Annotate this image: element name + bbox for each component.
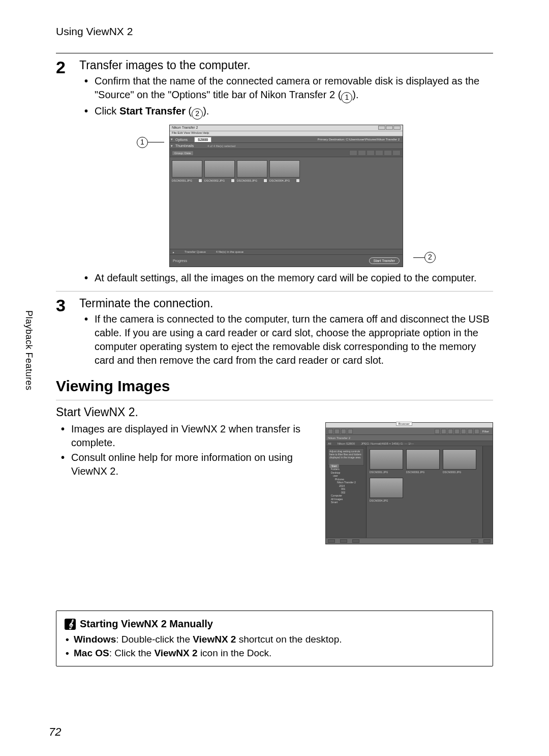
nt2-titlebar: Nikon Transfer 2 <box>170 125 403 131</box>
step-3-heading: Terminate the connection. <box>79 297 493 310</box>
breadcrumb[interactable]: Nikon Transfer 2 <box>328 437 350 440</box>
thumbnail-checkbox[interactable] <box>263 179 267 183</box>
toolbar-buttons[interactable] <box>349 150 401 156</box>
status-segment[interactable] <box>471 539 478 543</box>
thumbnail-name: DSCN0004.JPG <box>370 499 403 502</box>
vnx2-filter-bar: All Nikon S2800 JPEG: Normal(4608 × 3456… <box>326 441 493 446</box>
toolbar-icon[interactable] <box>441 429 446 434</box>
note-bullet-2: Mac OS: Click the ViewNX 2 icon in the D… <box>65 647 484 660</box>
options-label: Options <box>174 138 194 141</box>
text-bold: ViewNX 2 <box>193 634 236 645</box>
vnx2-sidebar: Adjust drag setting controls here to fil… <box>326 446 367 538</box>
toolbar-icon[interactable] <box>334 429 340 434</box>
options-destination-text: Primary Destination: C:\Users\user\Pictu… <box>211 138 403 141</box>
text: ). <box>203 105 209 117</box>
note-title: Starting ViewNX 2 Manually <box>80 618 213 630</box>
thumbnail-item[interactable]: DSCN0002.JPG <box>406 449 440 474</box>
collapse-icon[interactable]: ▾ <box>170 144 174 148</box>
nt2-thumbnails-bar: ▾ Thumbnails 4 of 4 file(s) selected <box>170 143 403 149</box>
toolbar-icon[interactable] <box>341 429 346 434</box>
filter-all[interactable]: All <box>328 442 331 445</box>
folder-tree[interactable]: Folders Desktop user Pictures Nikon Tran… <box>328 468 364 504</box>
page-header: Using ViewNX 2 <box>56 25 493 38</box>
thumbnails-label: Thumbnails <box>174 144 204 148</box>
nt2-menu-bar[interactable]: File Edit View Window Help <box>170 131 403 136</box>
group-by-select[interactable]: Group: Date <box>172 151 194 156</box>
thumbnail-image <box>204 160 235 178</box>
note-bullet-1: Windows: Double-click the ViewNX 2 short… <box>65 633 484 647</box>
collapse-icon[interactable]: ▾ <box>170 137 174 141</box>
screenshot-viewnx2: Browser Filter Nikon Transfer 2 <box>325 422 493 544</box>
toolbar-icon[interactable] <box>435 429 440 434</box>
status-segment[interactable] <box>352 539 359 543</box>
status-segment[interactable] <box>483 539 491 543</box>
status-segment[interactable] <box>328 539 335 543</box>
thumbnail-name: DSCN0003.JPG <box>443 471 476 474</box>
camera-name: Nikon S2800 <box>338 442 355 445</box>
note-icon: 𝄞 <box>65 619 76 630</box>
divider <box>56 53 493 53</box>
thumbnail-checkbox[interactable] <box>198 179 202 183</box>
toolbar-icon[interactable] <box>468 429 473 434</box>
vnx2-breadcrumb-bar: Nikon Transfer 2 <box>326 435 493 441</box>
thumbnail-item[interactable]: DSCN0004.JPG <box>269 160 300 183</box>
toolbar-icon[interactable] <box>461 429 466 434</box>
toolbar-icon[interactable] <box>348 429 353 434</box>
start-transfer-button[interactable]: Start Transfer <box>369 257 400 264</box>
text: : Double-click the <box>116 634 193 645</box>
text-bold: ViewNX 2 <box>154 648 197 658</box>
nt2-options-bar: ▾ Options S2800 Primary Destination: C:\… <box>170 136 403 143</box>
thumbnail-image <box>172 160 202 178</box>
text-bold: Mac OS <box>74 648 109 658</box>
start-viewnx2-heading: Start ViewNX 2. <box>56 405 493 419</box>
step-2-bullet-2: Click Start Transfer (2). <box>84 104 493 120</box>
screenshot-nikon-transfer-2: 1 Nikon Transfer 2 File Edit View Window… <box>159 125 413 267</box>
text: Click <box>95 105 119 117</box>
text-bold: Start Transfer <box>119 105 186 117</box>
source-field[interactable]: S2800 <box>194 137 211 142</box>
step-2-heading: Transfer images to the computer. <box>79 59 493 72</box>
nt2-bottom-bar: Progress Start Transfer <box>170 254 403 267</box>
section-heading-viewing-images: Viewing Images <box>56 377 493 395</box>
thumbnail-image <box>406 449 440 470</box>
toolbar-icon[interactable] <box>474 429 479 434</box>
step-3-number: 3 <box>56 297 79 368</box>
panel-text: Adjust drag setting controls here to fil… <box>329 450 362 459</box>
nt2-window: Nikon Transfer 2 File Edit View Window H… <box>169 125 403 267</box>
thumbnail-image <box>269 160 300 178</box>
viewing-bullet-2: Consult online help for more information… <box>61 451 305 478</box>
status-segment[interactable] <box>340 539 347 543</box>
vnx2-titlebar: Browser <box>326 423 493 428</box>
thumbnail-item[interactable]: DSCN0004.JPG <box>370 478 403 502</box>
thumbnail-checkbox[interactable] <box>231 179 235 183</box>
step-2-bullet-3: At default settings, all the images on t… <box>84 271 493 285</box>
text: icon in the Dock. <box>198 648 272 658</box>
filter-label[interactable]: Filter <box>481 430 491 433</box>
window-buttons[interactable] <box>378 126 401 130</box>
text: : Click the <box>109 648 155 658</box>
sidebar-panel: Adjust drag setting controls here to fil… <box>328 448 364 466</box>
thumbnail-item[interactable]: DSCN0001.JPG <box>172 160 202 183</box>
toolbar-icon[interactable] <box>328 429 333 434</box>
thumbnail-item[interactable]: DSCN0002.JPG <box>204 160 235 183</box>
nt2-thumbnail-grid: DSCN0001.JPG DSCN0002.JPG DSCN0003.JPG <box>170 157 403 186</box>
thumbnail-image <box>237 160 267 178</box>
thumbnail-name: DSCN0001.JPG <box>172 179 192 182</box>
tree-item[interactable]: Smart <box>328 501 364 504</box>
thumbnail-item[interactable]: DSCN0003.JPG <box>237 160 267 183</box>
thumbnail-item[interactable]: DSCN0001.JPG <box>370 449 403 474</box>
image-info: JPEG: Normal(4608 × 3456) G: --- 1/--- <box>361 442 414 445</box>
thumbnail-image <box>370 449 403 470</box>
callout-2-icon: 2 <box>424 252 436 263</box>
toolbar-icon[interactable] <box>454 429 460 434</box>
callout-1-icon: 1 <box>137 137 148 148</box>
step-3-bullet-1: If the camera is connected to the comput… <box>84 312 493 367</box>
thumbnail-item[interactable]: DSCN0003.JPG <box>443 449 476 474</box>
window-title: Nikon Transfer 2 <box>172 126 198 130</box>
workspace-tab[interactable]: Browser <box>396 422 412 426</box>
thumbnail-checkbox[interactable] <box>296 179 300 183</box>
vnx2-toolbar: Filter <box>326 428 493 435</box>
note-box: 𝄞 Starting ViewNX 2 Manually Windows: Do… <box>56 610 493 666</box>
collapse-icon[interactable]: ▸ <box>173 250 174 254</box>
toolbar-icon[interactable] <box>448 429 453 434</box>
